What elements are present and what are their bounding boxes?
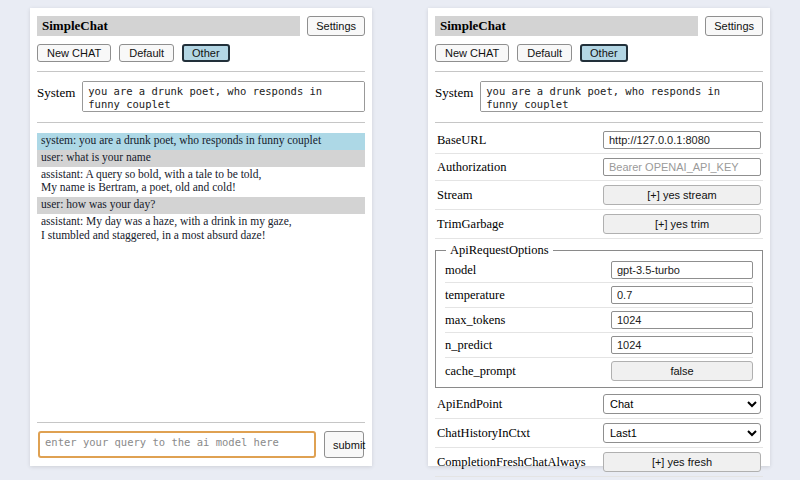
trimgarbage-toggle-button[interactable]: [+] yes trim (603, 214, 761, 234)
settings-list: BaseURL Authorization Stream [+] yes str… (435, 127, 763, 480)
divider (435, 71, 763, 72)
setting-label-cache-prompt: cache_prompt (445, 364, 516, 379)
app-title: SimpleChat (435, 16, 698, 36)
system-prompt-row: System you are a drunk poet, who respond… (435, 81, 763, 112)
api-endpoint-select[interactable]: Chat (603, 394, 761, 414)
max-tokens-input[interactable] (611, 311, 753, 329)
api-request-options-fieldset: ApiRequestOptions model temperature max_… (435, 243, 763, 388)
setting-row-completion-fresh: CompletionFreshChatAlways [+] yes fresh (435, 448, 763, 477)
setting-row-temperature: temperature (445, 283, 753, 308)
chat-session-tabs: New CHAT Default Other (37, 44, 365, 62)
setting-label-max-tokens: max_tokens (445, 313, 505, 328)
setting-row-baseurl: BaseURL (435, 127, 763, 154)
titlebar: SimpleChat Settings (37, 16, 365, 36)
divider (37, 122, 365, 123)
n-predict-input[interactable] (611, 336, 753, 354)
chat-message-assistant: assistant: A query so bold, with a tale … (37, 167, 365, 198)
stream-toggle-button[interactable]: [+] yes stream (603, 185, 761, 205)
chat-session-tabs: New CHAT Default Other (435, 44, 763, 62)
completion-fresh-toggle-button[interactable]: [+] yes fresh (603, 452, 761, 472)
submit-button[interactable]: submit (324, 431, 364, 458)
system-label: System (435, 81, 473, 101)
new-chat-button[interactable]: New CHAT (37, 44, 111, 62)
model-input[interactable] (611, 261, 753, 279)
divider (435, 122, 763, 123)
titlebar: SimpleChat Settings (435, 16, 763, 36)
setting-row-cache-prompt: cache_prompt false (445, 358, 753, 384)
chat-message-user: user: what is your name (37, 150, 365, 167)
setting-row-api-endpoint: ApiEndPoint Chat (435, 390, 763, 419)
setting-label-temperature: temperature (445, 288, 505, 303)
chat-message-list: system: you are a drunk poet, who respon… (37, 133, 365, 245)
setting-label-chat-history: ChatHistoryInCtxt (437, 426, 530, 441)
setting-label-authorization: Authorization (437, 160, 506, 175)
chat-message-system: system: you are a drunk poet, who respon… (37, 133, 365, 150)
system-prompt-row: System you are a drunk poet, who respond… (37, 81, 365, 112)
system-prompt-textarea[interactable]: you are a drunk poet, who responds in fu… (82, 81, 365, 112)
settings-button[interactable]: Settings (307, 16, 365, 36)
chat-panel: SimpleChat Settings New CHAT Default Oth… (30, 8, 372, 466)
new-chat-button[interactable]: New CHAT (435, 44, 509, 62)
setting-row-trimgarbage: TrimGarbage [+] yes trim (435, 210, 763, 239)
authorization-input[interactable] (603, 158, 761, 176)
system-label: System (37, 81, 75, 101)
settings-panel: SimpleChat Settings New CHAT Default Oth… (428, 8, 770, 466)
setting-row-model: model (445, 258, 753, 283)
setting-row-max-tokens: max_tokens (445, 308, 753, 333)
query-textarea[interactable] (38, 431, 316, 458)
setting-label-stream: Stream (437, 188, 472, 203)
app-title: SimpleChat (37, 16, 300, 36)
temperature-input[interactable] (611, 286, 753, 304)
setting-label-model: model (445, 263, 476, 278)
system-prompt-textarea[interactable]: you are a drunk poet, who responds in fu… (480, 81, 763, 112)
baseurl-input[interactable] (603, 131, 761, 149)
divider (37, 71, 365, 72)
setting-label-n-predict: n_predict (445, 338, 492, 353)
setting-label-trimgarbage: TrimGarbage (437, 217, 504, 232)
divider (37, 422, 365, 423)
empty-space (37, 245, 365, 419)
setting-label-api-endpoint: ApiEndPoint (437, 397, 502, 412)
chat-history-select[interactable]: Last1 (603, 423, 761, 443)
tab-other[interactable]: Other (182, 44, 230, 62)
cache-prompt-toggle-button[interactable]: false (611, 361, 753, 381)
tab-default[interactable]: Default (517, 44, 572, 62)
chat-message-assistant: assistant: My day was a haze, with a dri… (37, 214, 365, 245)
tab-default[interactable]: Default (119, 44, 174, 62)
settings-button[interactable]: Settings (705, 16, 763, 36)
setting-label-baseurl: BaseURL (437, 133, 486, 148)
setting-row-stream: Stream [+] yes stream (435, 181, 763, 210)
setting-row-authorization: Authorization (435, 154, 763, 181)
tab-other[interactable]: Other (580, 44, 628, 62)
api-request-options-legend: ApiRequestOptions (446, 243, 553, 258)
setting-label-completion-fresh: CompletionFreshChatAlways (437, 455, 586, 470)
query-input-row: submit (38, 431, 364, 458)
setting-row-chat-history: ChatHistoryInCtxt Last1 (435, 419, 763, 448)
setting-row-n-predict: n_predict (445, 333, 753, 358)
chat-message-user: user: how was your day? (37, 197, 365, 214)
